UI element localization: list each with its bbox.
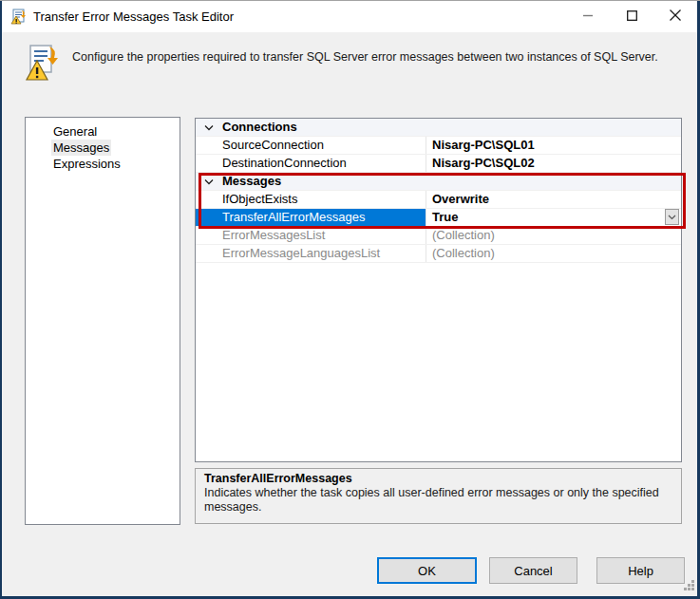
caption-buttons (566, 1, 697, 32)
property-value-editor[interactable]: True (426, 209, 681, 226)
chevron-down-icon (668, 215, 676, 220)
help-button[interactable]: Help (596, 557, 685, 584)
minimize-button[interactable] (566, 1, 610, 32)
row-indent (196, 227, 222, 244)
property-row-source-connection[interactable]: SourceConnection Nisarg-PC\SQL01 (196, 137, 681, 155)
header-description: Configure the properties required to tra… (72, 50, 680, 64)
row-indent (196, 245, 222, 262)
property-name: DestinationConnection (222, 155, 426, 172)
chevron-down-icon[interactable] (196, 173, 222, 190)
property-value[interactable]: Nisarg-PC\SQL02 (426, 155, 681, 172)
maximize-button[interactable] (610, 1, 653, 32)
category-label: Connections (222, 119, 297, 136)
property-name: IfObjectExists (222, 191, 426, 208)
property-row-error-message-languages-list[interactable]: ErrorMessageLanguagesList (Collection) (196, 245, 681, 263)
sidebar-item-expressions[interactable]: Expressions (26, 156, 180, 172)
property-grid: Connections SourceConnection Nisarg-PC\S… (195, 118, 682, 462)
resize-grip[interactable] (683, 579, 695, 594)
property-value[interactable]: Overwrite (426, 191, 681, 208)
chevron-down-icon[interactable] (196, 119, 222, 136)
maximize-icon (627, 9, 637, 24)
window-title: Transfer Error Messages Task Editor (33, 9, 234, 24)
minimize-icon (583, 9, 594, 24)
title-bar[interactable]: Transfer Error Messages Task Editor (2, 1, 697, 32)
property-value[interactable]: (Collection) (426, 245, 681, 262)
property-name: TransferAllErrorMessages (222, 209, 426, 226)
page-list: General Messages Expressions (25, 117, 180, 525)
description-title: TransferAllErrorMessages (204, 472, 673, 485)
task-document-warning-icon (10, 9, 27, 25)
row-indent (196, 137, 222, 154)
close-icon (670, 9, 681, 24)
property-name: SourceConnection (222, 137, 426, 154)
row-indent (196, 155, 222, 172)
description-body: Indicates whether the task copies all us… (204, 486, 673, 515)
value-dropdown-button[interactable] (665, 209, 679, 225)
row-indent (196, 209, 222, 226)
sidebar-item-general[interactable]: General (26, 123, 180, 140)
header-band: Configure the properties required to tra… (2, 32, 697, 106)
category-label: Messages (222, 173, 281, 190)
property-value[interactable]: Nisarg-PC\SQL01 (426, 137, 681, 154)
row-indent (196, 191, 222, 208)
ok-button[interactable]: OK (377, 557, 477, 584)
property-row-transfer-all-error-messages[interactable]: TransferAllErrorMessages True (196, 209, 681, 227)
property-row-if-object-exists[interactable]: IfObjectExists Overwrite (196, 191, 681, 209)
sidebar-item-messages[interactable]: Messages (26, 140, 180, 156)
close-button[interactable] (653, 1, 697, 32)
property-value: True (432, 210, 458, 224)
property-row-destination-connection[interactable]: DestinationConnection Nisarg-PC\SQL02 (196, 155, 681, 173)
property-row-error-messages-list[interactable]: ErrorMessagesList (Collection) (196, 227, 681, 245)
category-row-messages[interactable]: Messages (196, 173, 681, 191)
property-value[interactable]: (Collection) (426, 227, 681, 244)
transfer-error-messages-task-icon (25, 44, 61, 86)
property-description-panel: TransferAllErrorMessages Indicates wheth… (195, 468, 682, 524)
property-name: ErrorMessageLanguagesList (222, 245, 426, 262)
category-row-connections[interactable]: Connections (196, 119, 681, 137)
cancel-button[interactable]: Cancel (489, 557, 577, 584)
property-name: ErrorMessagesList (222, 227, 426, 244)
transfer-error-messages-task-editor-window: Transfer Error Messages Task Editor (0, 0, 700, 599)
